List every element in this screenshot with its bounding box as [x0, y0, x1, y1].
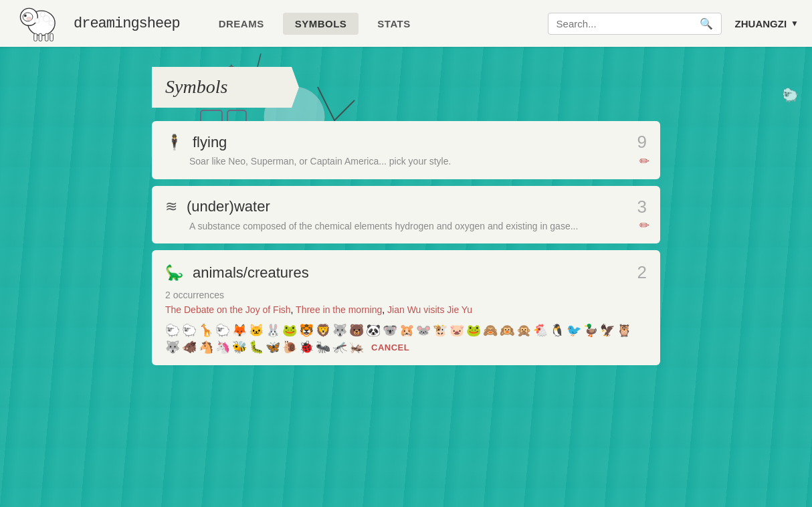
emoji-item: 🐦	[567, 323, 581, 338]
emoji-item: 🐑	[215, 323, 230, 338]
emoji-item: 🐞	[299, 340, 314, 354]
username-label: ZHUANGZI	[735, 18, 787, 29]
user-menu[interactable]: ZHUANGZI ▼	[735, 18, 799, 29]
svg-point-4	[27, 17, 31, 21]
underwater-edit-icon[interactable]: ✏	[639, 218, 649, 233]
emoji-item: 🙊	[516, 323, 531, 338]
emoji-item: 🐑	[165, 323, 180, 338]
logo-area[interactable]: dreamingsheep	[13, 3, 180, 43]
search-button[interactable]: 🔍	[700, 17, 713, 30]
emoji-item: 🐰	[266, 323, 280, 338]
emoji-item: 🦄	[215, 340, 230, 354]
emoji-item: 🦆	[583, 323, 598, 338]
flying-title: flying	[193, 134, 227, 151]
symbol-card-flying[interactable]: 🕴 flying 9 Soar like Neo, Superman, or C…	[152, 121, 660, 179]
emoji-item: 🙉	[500, 323, 514, 338]
search-input[interactable]	[556, 18, 700, 29]
emoji-item: 🦟	[332, 340, 347, 354]
emoji-item: 🦅	[600, 323, 615, 338]
header: dreamingsheep DREAMS SYMBOLS STATS 🔍 ZHU…	[0, 0, 812, 47]
svg-point-12	[40, 12, 45, 17]
svg-rect-8	[50, 33, 54, 41]
emoji-item: 🐜	[316, 340, 330, 354]
nav-dreams[interactable]: DREAMS	[207, 13, 276, 35]
animals-count: 2	[637, 262, 647, 283]
emoji-item: 🦊	[232, 323, 247, 338]
flying-count: 9	[637, 132, 647, 153]
symbol-card-animals[interactable]: 🦕 animals/creatures 2 2 occurrences The …	[152, 250, 660, 365]
emoji-item: 🐑	[182, 323, 197, 338]
emoji-item: 🦒	[199, 323, 213, 338]
dream-links: The Debate on the Joy of Fish, Three in …	[165, 304, 647, 315]
emoji-item: 🐷	[449, 323, 464, 338]
flying-icon: 🕴	[165, 134, 183, 151]
cancel-button[interactable]: CANCEL	[371, 342, 409, 352]
flying-description: Soar like Neo, Superman, or Captain Amer…	[189, 155, 647, 169]
site-name: dreamingsheep	[74, 15, 180, 32]
dream-link-2[interactable]: Three in the morning	[296, 304, 382, 315]
animals-title: animals/creatures	[193, 264, 309, 282]
svg-point-10	[43, 15, 49, 21]
emoji-item: 🐭	[416, 323, 431, 338]
emoji-item: 🐗	[182, 340, 197, 354]
symbol-card-underwater[interactable]: ≋ (under)water 3 A substance composed of…	[152, 186, 660, 244]
emoji-item: 🐛	[249, 340, 264, 354]
occurrences-label: 2 occurrences	[165, 290, 647, 300]
svg-rect-5	[34, 33, 37, 41]
emoji-row: 🐑🐑🦒🐑🦊🐱🐰🐸🐯🦁🐺🐻🐼🐨🐹🐭🐮🐷🐸🙈🙉🙊🐔🐧🐦🦆🦅🦉🐺🐗🐴🦄🐝🐛🦋🐌🐞🐜🦟🦗…	[165, 323, 647, 354]
emoji-item: 🐝	[232, 340, 247, 354]
dream-link-1[interactable]: The Debate on the Joy of Fish	[165, 304, 291, 315]
svg-rect-6	[39, 33, 42, 41]
chevron-down-icon: ▼	[791, 19, 799, 28]
emoji-item: 🐧	[550, 323, 565, 338]
card-title-area-flying: 🕴 flying	[165, 134, 227, 151]
animals-icon: 🦕	[165, 264, 183, 282]
emoji-item: 🐼	[366, 323, 381, 338]
emoji-item: 🐹	[399, 323, 414, 338]
emoji-item: 🐨	[383, 323, 397, 338]
emoji-item: 🐯	[299, 323, 314, 338]
emoji-item: 🐌	[282, 340, 297, 354]
emoji-item: 🐸	[466, 323, 481, 338]
emoji-item: 🙈	[483, 323, 498, 338]
emoji-item: 🦋	[266, 340, 280, 354]
emoji-item: 🐴	[199, 340, 213, 354]
main-section: 🐑 ✦ 👁 Symb	[0, 47, 812, 507]
emoji-item: 🐔	[533, 323, 548, 338]
search-area[interactable]: 🔍	[548, 13, 722, 35]
emoji-item: 🦉	[617, 323, 631, 338]
emoji-item: 🐻	[349, 323, 364, 338]
content-area: Symbols 🕴 flying 9 Soar like Neo, Superm…	[138, 47, 674, 392]
animals-title-area: 🦕 animals/creatures	[165, 264, 309, 282]
underwater-description: A substance composed of the chemical ele…	[189, 220, 647, 233]
water-icon: ≋	[165, 198, 177, 215]
logo-icon	[13, 3, 67, 43]
svg-point-9	[35, 18, 39, 23]
svg-rect-7	[45, 33, 48, 41]
svg-point-3	[24, 15, 27, 17]
emoji-item: 🐺	[165, 340, 180, 354]
underwater-count: 3	[637, 197, 647, 217]
nav-stats[interactable]: STATS	[365, 13, 422, 35]
dream-link-3[interactable]: Jian Wu visits Jie Yu	[387, 304, 472, 315]
flying-edit-icon[interactable]: ✏	[639, 154, 649, 169]
emoji-item: 🐮	[433, 323, 447, 338]
decorative-icon: 🐑	[782, 87, 799, 103]
underwater-title: (under)water	[187, 198, 270, 215]
emoji-item: 🐸	[282, 323, 297, 338]
emoji-item: 🦁	[316, 323, 330, 338]
main-nav: DREAMS SYMBOLS STATS	[207, 13, 534, 35]
emoji-item: 🐺	[332, 323, 347, 338]
svg-point-11	[49, 21, 54, 25]
nav-symbols[interactable]: SYMBOLS	[283, 13, 359, 35]
symbols-heading: Symbols	[152, 67, 299, 108]
emoji-item: 🦗	[349, 340, 364, 354]
emoji-item: 🐱	[249, 323, 264, 338]
card-title-area-underwater: ≋ (under)water	[165, 198, 270, 215]
